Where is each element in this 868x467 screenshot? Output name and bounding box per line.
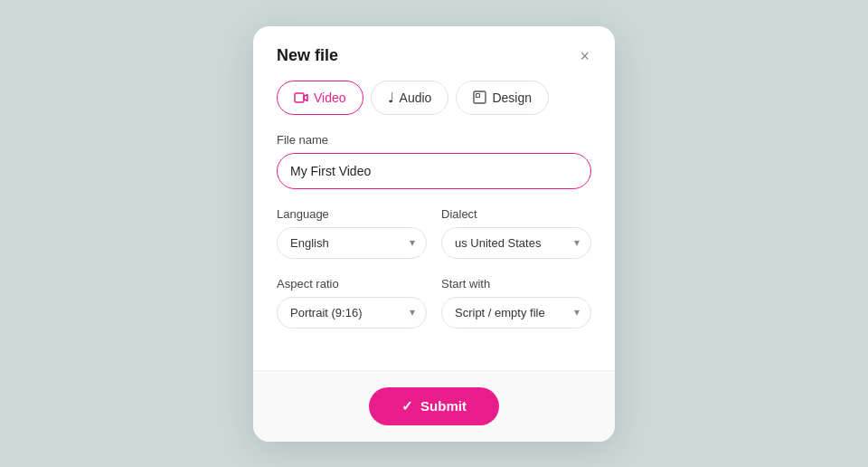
language-select[interactable]: English Spanish French German xyxy=(277,227,427,259)
aspect-ratio-select[interactable]: Portrait (9:16) Landscape (16:9) Square … xyxy=(277,297,427,329)
check-icon: ✓ xyxy=(401,398,413,415)
start-with-select[interactable]: Script / empty file Template Blank xyxy=(441,297,591,329)
language-select-wrapper: English Spanish French German xyxy=(277,227,427,259)
submit-label: Submit xyxy=(420,398,467,414)
submit-button[interactable]: ✓ Submit xyxy=(369,387,499,425)
svg-rect-2 xyxy=(476,94,480,98)
aspect-ratio-select-wrapper: Portrait (9:16) Landscape (16:9) Square … xyxy=(277,297,427,329)
dialect-select-wrapper: us United States uk United Kingdom au Au… xyxy=(441,227,591,259)
close-button[interactable]: × xyxy=(578,46,591,66)
language-field: Language English Spanish French German xyxy=(277,207,427,259)
video-icon xyxy=(294,91,308,105)
aspect-ratio-field: Aspect ratio Portrait (9:16) Landscape (… xyxy=(277,277,427,329)
language-dialect-row: Language English Spanish French German D… xyxy=(277,207,591,259)
file-name-field: File name xyxy=(277,133,591,207)
design-icon xyxy=(473,91,486,104)
start-with-select-wrapper: Script / empty file Template Blank xyxy=(441,297,591,329)
tab-design[interactable]: Design xyxy=(456,81,549,115)
dialect-select[interactable]: us United States uk United Kingdom au Au… xyxy=(441,227,591,259)
modal-footer: ✓ Submit xyxy=(253,370,615,442)
dialect-label: Dialect xyxy=(441,207,591,221)
tab-audio-label: Audio xyxy=(400,91,432,105)
dialect-field: Dialect us United States uk United Kingd… xyxy=(441,207,591,259)
modal-body: Video ♩ Audio Design File name xyxy=(253,81,615,370)
start-with-field: Start with Script / empty file Template … xyxy=(441,277,591,329)
new-file-modal: New file × Video ♩ Audio xyxy=(253,26,615,442)
file-name-input[interactable] xyxy=(277,153,591,189)
aspect-ratio-label: Aspect ratio xyxy=(277,277,427,291)
tab-video[interactable]: Video xyxy=(277,81,363,115)
language-label: Language xyxy=(277,207,427,221)
tab-group: Video ♩ Audio Design xyxy=(277,81,591,115)
close-icon: × xyxy=(580,48,590,64)
modal-title: New file xyxy=(277,46,338,65)
aspect-start-row: Aspect ratio Portrait (9:16) Landscape (… xyxy=(277,277,591,329)
tab-video-label: Video xyxy=(314,91,346,105)
modal-header: New file × xyxy=(253,26,615,81)
start-with-label: Start with xyxy=(441,277,591,291)
audio-icon: ♩ xyxy=(388,90,394,106)
file-name-label: File name xyxy=(277,133,591,147)
tab-audio[interactable]: ♩ Audio xyxy=(371,81,449,115)
svg-rect-0 xyxy=(295,93,304,102)
tab-design-label: Design xyxy=(492,91,532,105)
